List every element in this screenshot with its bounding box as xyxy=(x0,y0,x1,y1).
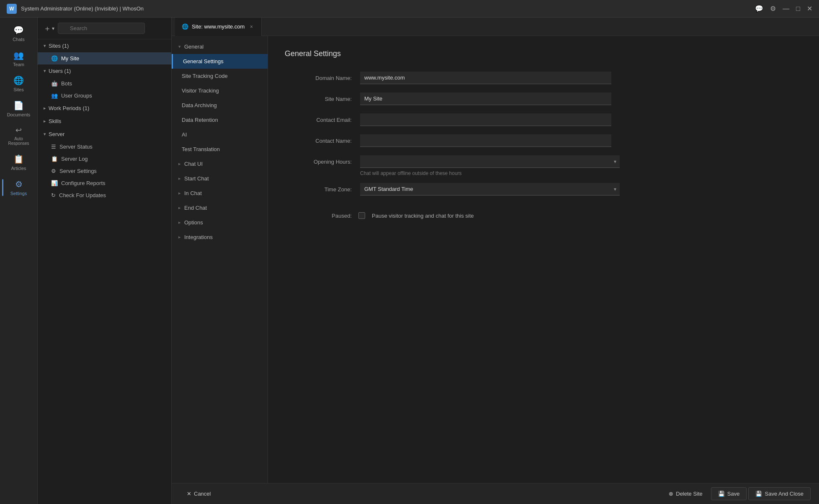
paused-checkbox[interactable] xyxy=(358,212,365,219)
in-chat-chevron-icon: ▸ xyxy=(178,190,181,196)
tree-item-user-groups[interactable]: 👥 User Groups xyxy=(38,90,171,102)
settings-item-data-retention[interactable]: Data Retention xyxy=(172,113,268,127)
contact-name-input[interactable] xyxy=(360,134,611,147)
form-row-site-name: Site Name: xyxy=(285,93,802,105)
settings-item-visitor-tracking[interactable]: Visitor Tracking xyxy=(172,83,268,98)
settings-item-general-settings[interactable]: General Settings xyxy=(172,54,268,69)
settings-section-integrations[interactable]: ▸ Integrations xyxy=(172,230,268,244)
save-button[interactable]: 💾 Save xyxy=(711,487,747,500)
app-logo: W xyxy=(7,4,17,14)
tree-section-sites[interactable]: ▾ Sites (1) xyxy=(38,39,171,52)
general-section-label: General xyxy=(184,44,203,50)
save-close-icon: 💾 xyxy=(755,491,762,497)
tab-close-button[interactable]: × xyxy=(248,23,255,30)
paused-label: Paused: xyxy=(285,213,352,219)
bots-icon: 🤖 xyxy=(51,80,58,87)
plus-icon: ＋ xyxy=(44,23,51,33)
settings-section-start-chat[interactable]: ▸ Start Chat xyxy=(172,171,268,186)
sidebar-item-team[interactable]: 👥 Team xyxy=(4,47,34,70)
tree-item-my-site[interactable]: 🌐 My Site xyxy=(38,52,171,64)
maximize-button[interactable]: □ xyxy=(796,5,800,13)
search-input[interactable] xyxy=(58,23,145,34)
settings-section-chat-ui[interactable]: ▸ Chat UI xyxy=(172,157,268,171)
tree-section-work-periods[interactable]: ▸ Work Periods (1) xyxy=(38,102,171,115)
paused-text: Pause visitor tracking and chat for this… xyxy=(372,213,474,219)
users-chevron-icon: ▾ xyxy=(44,68,46,74)
close-button[interactable]: ✕ xyxy=(807,5,812,13)
sites-chevron-icon: ▾ xyxy=(44,43,46,49)
settings-label: Settings xyxy=(10,191,27,196)
nav-sidebar: 💬 Chats 👥 Team 🌐 Sites 📄 Documents ↩ Aut… xyxy=(0,18,38,504)
cancel-icon: ✕ xyxy=(187,491,191,497)
settings-item-data-archiving[interactable]: Data Archiving xyxy=(172,98,268,113)
chat-ui-section-label: Chat UI xyxy=(184,161,203,167)
cancel-button[interactable]: ✕ Cancel xyxy=(180,488,217,500)
tab-site[interactable]: 🌐 Site: www.mysite.com × xyxy=(175,18,262,36)
sidebar-item-auto-responses[interactable]: ↩ Auto Responses xyxy=(4,122,34,149)
skills-chevron-icon: ▸ xyxy=(44,118,46,124)
settings-item-site-tracking-code[interactable]: Site Tracking Code xyxy=(172,69,268,83)
tree-section-users[interactable]: ▾ Users (1) xyxy=(38,64,171,77)
skills-label: Skills xyxy=(49,118,61,124)
documents-icon: 📄 xyxy=(13,100,24,111)
form-row-time-zone: Time Zone: GMT Standard Time UTC Eastern… xyxy=(285,183,802,195)
work-periods-label: Work Periods (1) xyxy=(49,105,89,111)
settings-section-end-chat[interactable]: ▸ End Chat xyxy=(172,201,268,215)
user-groups-icon: 👥 xyxy=(51,93,58,99)
sidebar-item-chats[interactable]: 💬 Chats xyxy=(4,22,34,45)
tree-item-server-status[interactable]: ☰ Server Status xyxy=(38,141,171,153)
delete-site-button[interactable]: ⊗ Delete Site xyxy=(662,488,709,500)
tree-item-bots[interactable]: 🤖 Bots xyxy=(38,77,171,90)
settings-item-test-translation[interactable]: Test Translation xyxy=(172,142,268,157)
work-periods-chevron-icon: ▸ xyxy=(44,105,46,111)
chat-icon[interactable]: 💬 xyxy=(755,5,763,13)
sidebar-item-settings[interactable]: ⚙ Settings xyxy=(4,176,34,199)
server-log-icon: 📋 xyxy=(51,156,58,162)
save-and-close-button[interactable]: 💾 Save And Close xyxy=(748,487,811,500)
delete-label: Delete Site xyxy=(676,491,703,497)
tree-section-server[interactable]: ▾ Server xyxy=(38,128,171,141)
check-updates-label: Check For Updates xyxy=(59,192,106,198)
settings-item-ai[interactable]: AI xyxy=(172,127,268,142)
tab-site-icon: 🌐 xyxy=(182,23,188,30)
settings-icon[interactable]: ⚙ xyxy=(770,5,776,13)
settings-section-general[interactable]: ▾ General xyxy=(172,39,268,54)
time-zone-select[interactable]: GMT Standard Time UTC Eastern Standard T… xyxy=(360,183,620,195)
form-title: General Settings xyxy=(285,49,802,58)
tree-item-configure-reports[interactable]: 📊 Configure Reports xyxy=(38,177,171,189)
settings-section-in-chat[interactable]: ▸ In Chat xyxy=(172,186,268,201)
opening-hours-label: Opening Hours: xyxy=(285,159,352,165)
tab-content: ▾ General General Settings Site Tracking… xyxy=(172,36,819,483)
tree-item-server-log[interactable]: 📋 Server Log xyxy=(38,153,171,165)
users-section-label: Users (1) xyxy=(49,68,71,74)
chevron-down-icon: ▾ xyxy=(52,26,54,31)
minimize-button[interactable]: — xyxy=(783,5,789,13)
contact-email-label: Contact Email: xyxy=(285,117,352,123)
sidebar-item-articles[interactable]: 📋 Articles xyxy=(4,151,34,174)
opening-hours-select[interactable] xyxy=(360,155,620,168)
contact-name-label: Contact Name: xyxy=(285,138,352,144)
domain-name-input[interactable] xyxy=(360,72,611,84)
server-chevron-icon: ▾ xyxy=(44,131,46,137)
server-settings-label: Server Settings xyxy=(59,168,97,174)
tab-site-label: Site: www.mysite.com xyxy=(192,23,245,30)
add-button[interactable]: ＋ ▾ xyxy=(44,23,54,33)
configure-reports-label: Configure Reports xyxy=(61,180,106,186)
delete-icon: ⊗ xyxy=(669,491,673,497)
contact-email-input[interactable] xyxy=(360,113,611,126)
end-chat-chevron-icon: ▸ xyxy=(178,205,181,211)
tab-bar: 🌐 Site: www.mysite.com × xyxy=(172,18,819,36)
sidebar-item-documents[interactable]: 📄 Documents xyxy=(4,97,34,121)
bottom-bar-left: ✕ Cancel xyxy=(180,488,217,500)
tree-item-server-settings[interactable]: ⚙ Server Settings xyxy=(38,165,171,177)
tree-item-check-updates[interactable]: ↻ Check For Updates xyxy=(38,189,171,201)
sidebar-item-sites[interactable]: 🌐 Sites xyxy=(4,72,34,95)
title-bar-left: W System Administrator (Online) (Invisib… xyxy=(7,4,144,14)
form-row-contact-email: Contact Email: xyxy=(285,113,802,126)
chat-ui-chevron-icon: ▸ xyxy=(178,161,181,167)
site-name-input[interactable] xyxy=(360,93,611,105)
tree-section-skills[interactable]: ▸ Skills xyxy=(38,115,171,128)
content-area: 🌐 Site: www.mysite.com × ▾ General Gener… xyxy=(172,18,819,504)
settings-section-options[interactable]: ▸ Options xyxy=(172,215,268,230)
save-close-label: Save And Close xyxy=(765,491,804,497)
